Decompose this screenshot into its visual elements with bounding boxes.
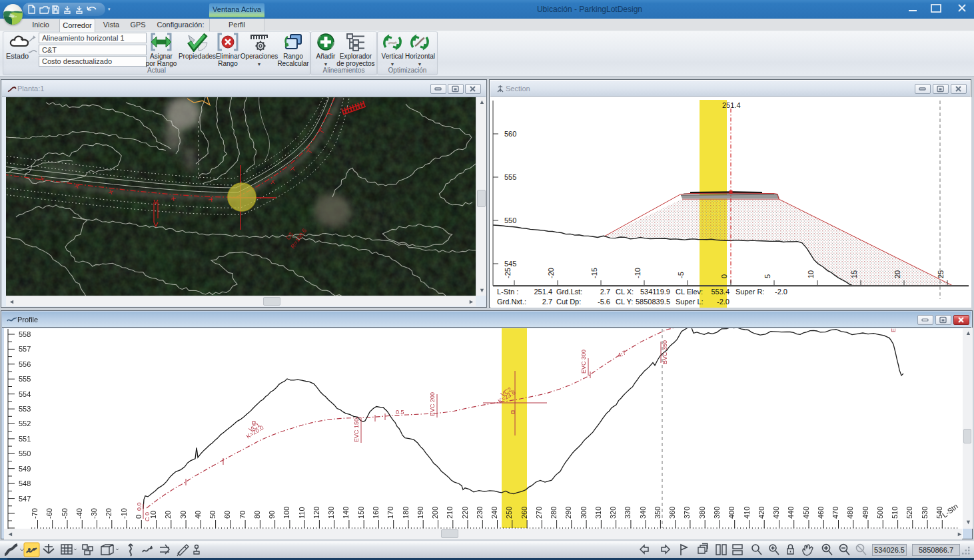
svg-text:10: 10 bbox=[807, 270, 815, 278]
svg-text:210: 210 bbox=[446, 507, 454, 519]
svg-text:490: 490 bbox=[861, 507, 869, 519]
svg-text:-20: -20 bbox=[547, 268, 555, 278]
svg-text:251.4: 251.4 bbox=[722, 101, 741, 109]
svg-text:50: 50 bbox=[209, 511, 217, 519]
svg-text:558: 558 bbox=[19, 330, 31, 338]
svg-text:130: 130 bbox=[327, 507, 335, 519]
svg-text:2.7: 2.7 bbox=[542, 298, 552, 306]
svg-text:250: 250 bbox=[505, 507, 513, 519]
svg-text:140: 140 bbox=[342, 507, 350, 519]
svg-text:555: 555 bbox=[504, 173, 516, 181]
svg-text:330: 330 bbox=[624, 507, 632, 519]
svg-text:CL Elev:: CL Elev: bbox=[676, 288, 703, 296]
svg-text:Super R:: Super R: bbox=[735, 288, 764, 296]
svg-text:-10: -10 bbox=[634, 268, 642, 278]
svg-text:25: 25 bbox=[937, 270, 945, 278]
svg-text:0: 0 bbox=[135, 515, 143, 519]
svg-text:190: 190 bbox=[416, 507, 424, 519]
svg-text:60: 60 bbox=[223, 511, 231, 519]
svg-text:EVC 150: EVC 150 bbox=[353, 418, 360, 442]
svg-text:550: 550 bbox=[19, 449, 31, 457]
svg-text:40: 40 bbox=[194, 511, 202, 519]
svg-text:E1: E1 bbox=[890, 328, 897, 332]
svg-text:251.4: 251.4 bbox=[534, 288, 552, 296]
svg-text:CL X:: CL X: bbox=[616, 288, 634, 296]
svg-text:240: 240 bbox=[490, 507, 498, 519]
svg-text:350: 350 bbox=[654, 507, 662, 519]
svg-text:557: 557 bbox=[19, 345, 31, 353]
svg-text:EVC 200: EVC 200 bbox=[429, 392, 436, 416]
svg-text:420: 420 bbox=[757, 507, 765, 519]
svg-text:15: 15 bbox=[850, 270, 858, 278]
svg-text:270: 270 bbox=[535, 507, 543, 519]
svg-text:340: 340 bbox=[639, 507, 647, 519]
svg-text:-2.0: -2.0 bbox=[717, 298, 730, 306]
svg-text:-60: -60 bbox=[45, 508, 53, 519]
svg-text:549: 549 bbox=[19, 465, 31, 473]
svg-text:551: 551 bbox=[19, 435, 31, 443]
svg-text:2.7: 2.7 bbox=[600, 288, 610, 296]
svg-text:20: 20 bbox=[164, 511, 172, 519]
svg-text:-30: -30 bbox=[90, 508, 98, 519]
svg-text:545: 545 bbox=[504, 260, 516, 268]
svg-text:120: 120 bbox=[312, 507, 320, 519]
svg-text:-70: -70 bbox=[31, 508, 39, 519]
svg-text:0.0: 0.0 bbox=[136, 502, 143, 511]
svg-text:220: 220 bbox=[461, 507, 469, 519]
svg-text:200: 200 bbox=[431, 507, 439, 519]
svg-text:530: 530 bbox=[921, 507, 929, 519]
svg-text:380: 380 bbox=[698, 507, 706, 519]
svg-text:CL Y:: CL Y: bbox=[616, 298, 633, 306]
svg-text:30: 30 bbox=[179, 511, 187, 519]
svg-text:-10: -10 bbox=[120, 508, 128, 519]
svg-text:110: 110 bbox=[298, 507, 306, 519]
svg-text:555: 555 bbox=[19, 375, 31, 383]
svg-text:Super L:: Super L: bbox=[676, 298, 704, 306]
svg-text:5: 5 bbox=[763, 274, 771, 278]
svg-text:230: 230 bbox=[476, 507, 484, 519]
svg-text:-50: -50 bbox=[61, 508, 69, 519]
svg-text:20: 20 bbox=[893, 270, 901, 278]
svg-text:440: 440 bbox=[787, 507, 795, 519]
svg-text:-20: -20 bbox=[105, 508, 113, 519]
svg-text:400: 400 bbox=[728, 507, 735, 519]
svg-text:280: 280 bbox=[550, 507, 558, 519]
svg-text:160: 160 bbox=[372, 507, 380, 519]
svg-text:0.5: 0.5 bbox=[396, 409, 404, 416]
svg-text:L-Stn :: L-Stn : bbox=[497, 288, 518, 296]
svg-text:Grd.Nxt.:: Grd.Nxt.: bbox=[497, 298, 526, 306]
svg-text:170: 170 bbox=[386, 507, 394, 519]
svg-text:430: 430 bbox=[772, 507, 780, 519]
svg-text:510: 510 bbox=[891, 507, 899, 519]
svg-text:553: 553 bbox=[19, 405, 31, 413]
svg-text:0: 0 bbox=[720, 274, 728, 278]
svg-text:70: 70 bbox=[239, 511, 246, 519]
svg-text:552: 552 bbox=[19, 420, 31, 427]
svg-text:EVC 300: EVC 300 bbox=[580, 350, 587, 374]
svg-text:100: 100 bbox=[282, 507, 290, 519]
svg-text:550: 550 bbox=[504, 216, 516, 224]
svg-text:553.4: 553.4 bbox=[711, 288, 730, 296]
svg-text:150: 150 bbox=[357, 507, 365, 519]
svg-text:180: 180 bbox=[402, 507, 410, 519]
svg-text:-2.0: -2.0 bbox=[775, 288, 787, 296]
svg-text:560: 560 bbox=[504, 130, 516, 138]
svg-text:Cut Dp:: Cut Dp: bbox=[556, 298, 581, 306]
svg-text:310: 310 bbox=[594, 507, 602, 519]
svg-text:370: 370 bbox=[683, 507, 691, 519]
svg-text:C 0: C 0 bbox=[144, 512, 151, 521]
svg-text:-25: -25 bbox=[504, 268, 512, 278]
svg-text:390: 390 bbox=[713, 507, 721, 519]
svg-text:Grd.Lst:: Grd.Lst: bbox=[556, 288, 582, 296]
svg-text:360: 360 bbox=[668, 507, 676, 519]
svg-text:480: 480 bbox=[846, 507, 854, 519]
svg-text:554: 554 bbox=[19, 390, 31, 398]
svg-text:500: 500 bbox=[876, 507, 884, 519]
svg-text:80: 80 bbox=[253, 511, 261, 519]
svg-text:5850839.5: 5850839.5 bbox=[636, 298, 670, 306]
svg-text:470: 470 bbox=[831, 507, 839, 519]
svg-text:520: 520 bbox=[905, 507, 913, 519]
svg-text:548: 548 bbox=[19, 479, 31, 487]
svg-text:-40: -40 bbox=[75, 508, 83, 519]
svg-text:460: 460 bbox=[817, 507, 825, 519]
